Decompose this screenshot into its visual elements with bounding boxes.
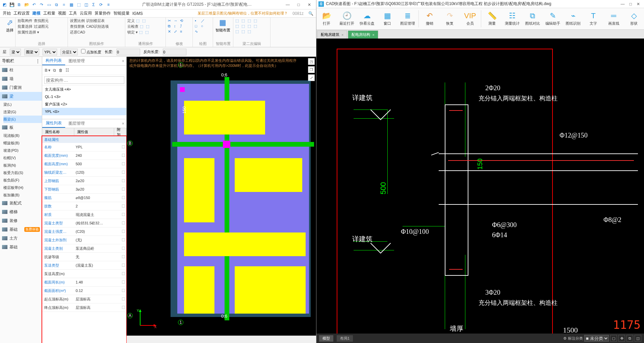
hint-question[interactable]: 某层三维显示图元/轴网有错位，位置不对应如何处理？ [198,11,288,16]
property-row[interactable]: 肢数2☐ [42,202,126,211]
filter-name[interactable]: YPL [43,49,57,55]
nav-sub-圈梁(E)[interactable]: 圈梁(E) [3,116,42,123]
cad-ribbon-打开[interactable]: 📂打开 [316,8,337,29]
component-search-input[interactable] [44,76,124,84]
property-row[interactable]: 截面周长(m)1.48☐ [42,278,126,287]
recognize-floor[interactable]: 识别楼层表 [86,18,105,23]
cad-ribbon-撤销[interactable]: ↶撤销 [419,8,440,29]
cad-ribbon-测量[interactable]: 📏测量 [482,8,502,29]
property-row[interactable]: 名称YPL☐ [42,143,126,151]
property-row[interactable]: 泵送高度(m)☐ [42,270,126,278]
status-ico-3[interactable]: ⧉ [626,335,633,342]
nav-sub-板加腋(B)[interactable]: 板加腋(B) [3,191,42,199]
menu-view[interactable]: 视图 [58,10,66,16]
qat-btn7[interactable]: ⧉ [53,2,59,8]
component-item[interactable]: YPL <0> [42,108,126,115]
select-tool[interactable]: ⬀ 选择 [2,18,17,33]
cad-ribbon-文字[interactable]: T文字 [583,8,603,29]
property-row[interactable]: 泵送类型(混凝土泵)☐ [42,261,126,270]
cad-tab-1[interactable]: 配电房建筑× [317,30,347,39]
qat-redo-icon[interactable]: ↷ [38,2,45,8]
status-tab-model[interactable]: 模型 [319,335,333,342]
nav-sub-板洞(N)[interactable]: 板洞(N) [3,162,42,169]
nav-item-基础[interactable]: 基础免费体验 [0,225,42,234]
new-component-icon[interactable]: 🗎▾ [44,68,50,73]
nav-sub-坡道(PD)[interactable]: 坡道(PD) [3,147,42,154]
menu-quantity[interactable]: 工程量 [43,10,55,16]
filter-type[interactable]: 圈梁 [24,49,39,55]
cad-ribbon-最近打开[interactable]: 🕘最近打开 [337,8,357,29]
view-fit-icon[interactable]: ⤢ [308,74,315,81]
status-ico-4[interactable]: ◫ [635,335,641,342]
dot-length-check[interactable]: 点加长度 [81,49,101,55]
status-ico-1[interactable]: ▢ [610,335,617,342]
qat-btn10[interactable]: ⬚ [76,2,82,8]
layer-icon[interactable]: ☷ [66,68,69,73]
property-row[interactable]: 截面面积(m²)0.12☐ [42,287,126,295]
menu-project[interactable]: 工程设置 [14,10,30,16]
property-row[interactable]: 上部钢筋2⌀20☐ [42,177,126,185]
nav-sub-梁(L)[interactable]: 梁(L) [3,101,42,108]
cad-maximize[interactable]: □ [629,2,632,6]
qat-btn13[interactable]: ⟳ [98,2,104,8]
nav-item-门窗洞[interactable]: 门窗洞 [0,83,42,92]
close-icon[interactable]: × [120,59,126,64]
qat-btn9[interactable]: ▦ [68,2,74,8]
property-row[interactable]: 箍筋⌀8@150☐ [42,194,126,202]
navigator-menu-icon[interactable]: ⋮ [36,59,40,64]
qat-btn14[interactable]: ≡ [105,2,111,8]
property-row[interactable]: 混凝土类型(粒径31.5砼32…☐ [42,219,126,227]
property-row[interactable]: 抗渗等级无☐ [42,253,126,261]
lock-btn[interactable]: 锁定 ▾ [127,30,138,35]
filter-cat[interactable]: 梁 [10,49,21,55]
qat-new-icon[interactable]: 🗎 [16,2,22,8]
property-row[interactable]: 轴线距梁左…(120)☐ [42,168,126,177]
copy-icon[interactable]: ⧉ [53,68,56,73]
rev-length-input[interactable] [163,49,186,55]
component-item[interactable]: QL-1 <3> [42,93,126,100]
component-item[interactable]: 窗户压顶 <2> [42,100,126,108]
tab-component-list[interactable]: 构件列表 [42,57,65,65]
tag-gear-icon[interactable]: ⚙ [563,336,567,341]
menu-tools[interactable]: 工具 [69,10,77,16]
menu-start[interactable]: 开始 [3,10,11,16]
smart-layout[interactable]: ▦ 智能布置 [215,18,230,33]
tab-layer-mgmt[interactable]: 图层管理 [65,119,88,128]
nav-sub-楼层板带(H)[interactable]: 楼层板带(H) [3,184,42,191]
qat-btn11[interactable]: ◫ [83,2,89,8]
cad-ribbon-快看云盘[interactable]: ☁快看云盘 [357,8,377,29]
cad-ribbon-图层管理[interactable]: ≣图层管理 [397,8,418,29]
cad-ribbon-会员[interactable]: VIP会员 [460,8,480,29]
cad-ribbon-编辑助手[interactable]: ✎编辑助手 [543,8,563,29]
nav-item-墙[interactable]: 墙 [0,74,42,83]
nav-item-装配式[interactable]: 装配式 [0,199,42,207]
nav-sub-连梁(G)[interactable]: 连梁(G) [3,108,42,116]
nav-item-装修[interactable]: 装修 [0,216,42,225]
batch-select[interactable]: 批量选择 [18,24,32,29]
cad-ribbon-测量统计[interactable]: ☷测量统计 [502,8,522,29]
nav-item-基础[interactable]: 基础 [0,243,42,251]
nav-item-梁[interactable]: 梁 [0,92,42,101]
minimize-button[interactable]: — [284,2,292,7]
nav-item-土方[interactable]: 土方 [0,234,42,243]
cad-ribbon-画直线[interactable]: ═画直线 [603,8,624,29]
set-scale[interactable]: 设置比例 [70,18,85,23]
model-canvas[interactable]: 您的计算机内存不足，请及时保存工程以防内存不足发生内存溢出错误风险。可通过关闭其… [127,57,316,343]
qat-btn6[interactable]: ▭ [46,2,52,8]
qat-btn8[interactable]: ⌗ [61,2,67,8]
nav-item-板[interactable]: 板 [0,123,42,132]
menu-collab[interactable]: 算量协作 [95,10,111,16]
cad-close[interactable]: ✕ [637,2,640,6]
qat-open-icon[interactable]: 📂 [24,2,30,8]
menu-model[interactable]: 建模 [32,10,41,16]
find-element[interactable]: 查找图元 [34,18,49,23]
tab-property-list[interactable]: 属性列表 [42,119,65,128]
status-tab-layout1[interactable]: 布局1 [337,335,353,342]
cad-ribbon-图纸对比[interactable]: ⧉图纸对比 [522,8,543,29]
nav-sub-板受力筋(S)[interactable]: 板受力筋(S) [3,169,42,176]
cad-drawing-view[interactable]: 2Φ20 充分锚入两端框架柱、构造柱 Φ12@150 Φ8@2 详建筑 详建筑 … [316,39,644,334]
tag-select[interactable]: ■ 未分类 [584,335,609,342]
property-row[interactable]: 截面宽度(mm)240☐ [42,151,126,160]
status-ico-2[interactable]: ✥ [618,335,625,342]
property-row[interactable]: 材质现浇混凝土☐ [42,211,126,219]
